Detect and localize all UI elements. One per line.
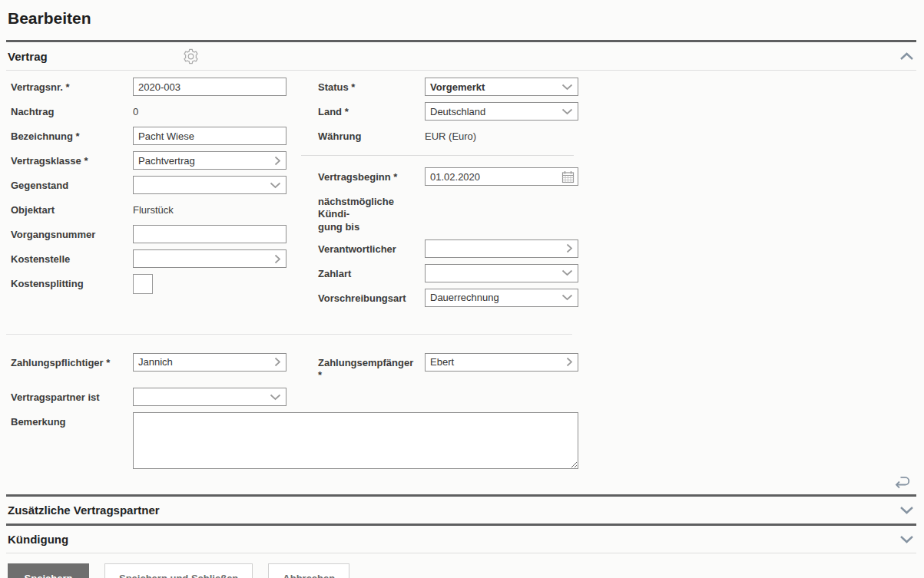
- bemerkung-label: Bemerkung: [11, 412, 133, 428]
- vorschreibungsart-value: Dauerrechnung: [426, 292, 561, 303]
- chevron-down-icon[interactable]: [899, 506, 914, 514]
- land-value: Deutschland: [426, 106, 561, 117]
- partners-divider: [6, 334, 572, 335]
- chevron-down-icon: [270, 394, 286, 401]
- nachtrag-value: 0: [133, 102, 138, 117]
- undo-icon[interactable]: [893, 476, 911, 489]
- form-column-right: Status * Vorgemerkt Land * Deutschland: [318, 78, 578, 313]
- field-kostenstelle: Kostenstelle: [11, 249, 286, 268]
- vertragsklasse-label: Vertragsklasse *: [11, 151, 133, 167]
- button-bar: Speichern Speichern und Schließen Abbrec…: [0, 553, 924, 578]
- waehrung-label: Währung: [318, 127, 425, 143]
- field-land: Land * Deutschland: [318, 102, 578, 121]
- kostenstelle-label: Kostenstelle: [11, 249, 133, 266]
- vorschreibungsart-select[interactable]: Dauerrechnung: [425, 289, 578, 307]
- zahlart-select[interactable]: [425, 264, 578, 282]
- kuendigung-bis-label: nächstmögliche Kündi- gung bis: [318, 192, 425, 233]
- vertragsklasse-picker[interactable]: Pachtvertrag: [133, 151, 286, 170]
- chevron-right-icon: [274, 156, 286, 166]
- zahlungspflichtiger-value: Jannich: [134, 356, 274, 368]
- land-select[interactable]: Deutschland: [425, 102, 578, 121]
- cancel-button[interactable]: Abbrechen: [268, 563, 349, 578]
- vorschreibungsart-label: Vorschreibungsart: [318, 289, 425, 305]
- field-vertragsnr: Vertragsnr. *: [11, 78, 286, 96]
- chevron-down-icon: [561, 84, 578, 91]
- chevron-right-icon: [274, 254, 286, 264]
- waehrung-value: EUR (Euro): [425, 127, 476, 142]
- bemerkung-textarea[interactable]: [133, 412, 578, 469]
- save-button[interactable]: Speichern: [8, 563, 89, 578]
- status-select[interactable]: Vorgemerkt: [425, 78, 578, 96]
- chevron-down-icon: [270, 182, 286, 189]
- field-zahlungspflichtiger-row: Zahlungspflichtiger * Jannich Zahlungsem…: [11, 353, 924, 382]
- field-waehrung: Währung EUR (Euro): [318, 127, 578, 145]
- status-value: Vorgemerkt: [426, 81, 561, 93]
- chevron-down-icon: [561, 294, 578, 301]
- field-nachtrag: Nachtrag 0: [11, 102, 286, 121]
- field-vertragsbeginn: Vertragsbeginn *: [318, 167, 578, 186]
- chevron-down-icon: [561, 108, 578, 115]
- field-vorgangsnummer: Vorgangsnummer: [11, 225, 286, 243]
- zahlungspflichtiger-picker[interactable]: Jannich: [133, 353, 286, 372]
- chevron-right-icon: [566, 357, 578, 367]
- form-column-left: Vertragsnr. * Nachtrag 0 Bezeichnung * V…: [11, 78, 286, 313]
- chevron-right-icon: [566, 243, 578, 253]
- save-and-close-button[interactable]: Speichern und Schließen: [104, 563, 253, 578]
- right-column-divider: [301, 155, 574, 156]
- section-header-kuendigung[interactable]: Kündigung: [0, 526, 924, 553]
- kostenstelle-picker[interactable]: [133, 249, 286, 268]
- gear-icon[interactable]: [182, 48, 200, 65]
- verantwortlicher-label: Verantwortlicher: [318, 239, 425, 256]
- kostensplitting-label: Kostensplitting: [11, 274, 133, 290]
- field-kostensplitting: Kostensplitting: [11, 274, 286, 294]
- vertragsbeginn-label: Vertragsbeginn *: [318, 167, 425, 183]
- vertragspartner-ist-select[interactable]: [133, 388, 286, 406]
- nachtrag-label: Nachtrag: [11, 102, 133, 118]
- vorgangsnummer-label: Vorgangsnummer: [11, 225, 133, 241]
- zahlungspflichtiger-label: Zahlungspflichtiger *: [11, 353, 133, 369]
- objektart-value: Flurstück: [133, 200, 174, 216]
- verantwortlicher-picker[interactable]: [425, 239, 578, 258]
- zahlart-label: Zahlart: [318, 264, 425, 280]
- chevron-right-icon: [274, 357, 286, 367]
- field-vertragsklasse: Vertragsklasse * Pachtvertrag: [11, 151, 286, 170]
- field-gegenstand: Gegenstand: [11, 176, 286, 194]
- land-label: Land *: [318, 102, 425, 118]
- field-status: Status * Vorgemerkt: [318, 78, 578, 96]
- gegenstand-label: Gegenstand: [11, 176, 133, 192]
- chevron-up-icon[interactable]: [899, 52, 914, 61]
- objektart-label: Objektart: [11, 200, 133, 216]
- field-kuendigung-bis: nächstmögliche Kündi- gung bis: [318, 192, 578, 233]
- vorgangsnummer-input[interactable]: [133, 225, 286, 243]
- vertragsnr-label: Vertragsnr. *: [11, 78, 133, 94]
- calendar-icon[interactable]: [561, 170, 578, 183]
- section-header-zusaetzliche-vertragspartner[interactable]: Zusätzliche Vertragspartner: [0, 497, 924, 524]
- chevron-down-icon: [561, 269, 578, 276]
- section-header-vertrag: Vertrag: [0, 42, 924, 70]
- section-title-vertrag: Vertrag: [8, 50, 48, 63]
- field-verantwortlicher: Verantwortlicher: [318, 239, 578, 258]
- section-title-kuendigung: Kündigung: [8, 533, 68, 546]
- field-bezeichnung: Bezeichnung *: [11, 127, 286, 145]
- vertragspartner-ist-label: Vertragspartner ist: [11, 388, 133, 404]
- bezeichnung-input[interactable]: [133, 127, 286, 145]
- chevron-down-icon[interactable]: [899, 535, 914, 543]
- vertrag-form: Vertragsnr. * Nachtrag 0 Bezeichnung * V…: [0, 71, 924, 469]
- gegenstand-select[interactable]: [133, 176, 286, 194]
- status-label: Status *: [318, 78, 425, 94]
- field-objektart: Objektart Flurstück: [11, 200, 286, 219]
- vertragsnr-input[interactable]: [133, 78, 286, 96]
- field-zahlart: Zahlart: [318, 264, 578, 282]
- zahlungsempfaenger-value: Ebert: [426, 356, 566, 368]
- page-title: Bearbeiten: [0, 0, 924, 28]
- zahlungsempfaenger-label: Zahlungsempfänger *: [318, 353, 425, 382]
- kostensplitting-checkbox[interactable]: [133, 274, 153, 294]
- section-title-zusaetzliche-vertragspartner: Zusätzliche Vertragspartner: [8, 504, 160, 517]
- zahlungsempfaenger-picker[interactable]: Ebert: [425, 353, 578, 372]
- field-bemerkung: Bemerkung: [11, 412, 924, 469]
- field-vertragspartner-ist: Vertragspartner ist: [11, 388, 924, 406]
- bezeichnung-label: Bezeichnung *: [11, 127, 133, 143]
- vertragsbeginn-input[interactable]: [426, 171, 561, 183]
- vertragsbeginn-date-field[interactable]: [425, 167, 578, 186]
- undo-row: [0, 469, 924, 494]
